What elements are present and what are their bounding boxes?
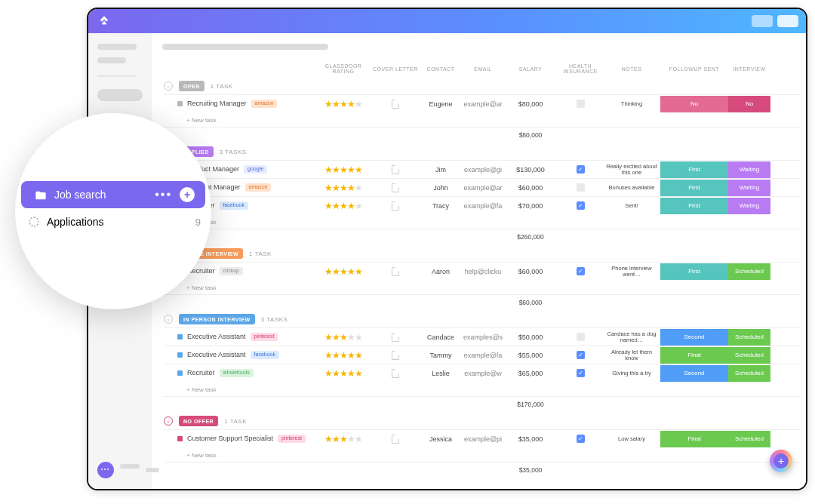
- column-header-interview[interactable]: INTERVIEW: [728, 66, 770, 72]
- cover-letter-cell[interactable]: [372, 201, 419, 211]
- chat-icon[interactable]: [97, 462, 114, 478]
- group-header[interactable]: ⌄IN PERSON INTERVIEW3 TASKS: [164, 314, 800, 324]
- rating-cell[interactable]: ★★★★★: [315, 368, 372, 379]
- column-header-notes[interactable]: NOTES: [603, 66, 660, 72]
- sidebar-item-job-search[interactable]: Job search ••• +: [21, 181, 205, 208]
- health-cell[interactable]: ✓: [558, 351, 603, 359]
- group-header[interactable]: ⌄OPEN1 TASK: [164, 81, 800, 91]
- health-cell[interactable]: ✓: [558, 435, 603, 443]
- health-cell[interactable]: ✓: [558, 369, 603, 377]
- column-header-rating[interactable]: GLASSDOOR RATING: [315, 63, 372, 74]
- collapse-icon[interactable]: ⌄: [164, 81, 173, 91]
- notes-cell[interactable]: Candace has a dog named…: [603, 331, 660, 343]
- health-cell[interactable]: ✓: [558, 201, 603, 210]
- interview-chip[interactable]: Waiting: [728, 198, 770, 214]
- interview-chip[interactable]: Scheduled: [728, 329, 770, 346]
- collapse-icon[interactable]: ⌄: [164, 416, 173, 426]
- task-row[interactable]: Executive Assistantpinterest★★★★★Candace…: [164, 327, 800, 346]
- new-task-link[interactable]: + New task: [164, 280, 800, 294]
- sidebar-item-applications[interactable]: Applications 9: [15, 208, 211, 235]
- task-row[interactable]: Customer Support Specialistpinterest★★★★…: [164, 429, 800, 447]
- health-cell[interactable]: [558, 183, 603, 192]
- followup-chip[interactable]: Final: [660, 431, 728, 447]
- notes-cell[interactable]: Low salary: [603, 436, 660, 442]
- notes-cell[interactable]: Phone interview went…: [603, 266, 660, 278]
- task-row[interactable]: Account Manageramazon★★★★★Johnexample@ar…: [164, 178, 800, 196]
- notes-cell[interactable]: Really excited about this one: [603, 164, 660, 176]
- company-tag[interactable]: clickup: [220, 267, 243, 275]
- company-tag[interactable]: facebook: [220, 201, 248, 209]
- followup-chip[interactable]: Second: [660, 365, 728, 382]
- cover-letter-cell[interactable]: [372, 435, 419, 444]
- company-tag[interactable]: facebook: [251, 351, 279, 358]
- column-header-cover[interactable]: COVER LETTER: [372, 66, 419, 72]
- rating-cell[interactable]: ★★★★★: [315, 183, 372, 193]
- new-task-link[interactable]: + New task: [164, 447, 800, 462]
- rating-cell[interactable]: ★★★★★: [315, 164, 372, 175]
- column-header-email[interactable]: EMAIL: [463, 66, 503, 72]
- interview-chip[interactable]: Scheduled: [728, 431, 770, 447]
- notes-cell[interactable]: Thinking: [603, 101, 660, 107]
- new-task-fab[interactable]: +: [770, 450, 792, 472]
- column-header-followup[interactable]: FOLLOWUP SENT: [660, 66, 728, 72]
- cover-letter-cell[interactable]: [372, 369, 419, 378]
- interview-chip[interactable]: Waiting: [728, 180, 770, 196]
- task-row[interactable]: Recruiting Manageramazon★★★★★Eugeneexamp…: [164, 94, 800, 112]
- task-row[interactable]: Recruiterfacebook★★★★★Tracyexample@fa$70…: [164, 196, 800, 214]
- followup-chip[interactable]: First: [660, 263, 728, 280]
- health-cell[interactable]: ✓: [558, 267, 603, 275]
- followup-chip[interactable]: First: [660, 161, 728, 178]
- column-header-health[interactable]: HEALTH INSURANCE: [558, 63, 603, 74]
- followup-chip[interactable]: No: [660, 96, 728, 112]
- group-header[interactable]: ⌄PHONE INTERVIEW1 TASK: [164, 248, 800, 259]
- notes-cell[interactable]: Already let them know: [603, 349, 660, 361]
- cover-letter-cell[interactable]: [372, 165, 419, 174]
- task-row[interactable]: Recruiterwholefoods★★★★★Leslieexample@w$…: [164, 364, 800, 382]
- sidebar-search-skeleton[interactable]: [97, 89, 143, 101]
- cover-letter-cell[interactable]: [372, 267, 419, 276]
- task-row[interactable]: Executive Assistantfacebook★★★★★Tammyexa…: [164, 346, 800, 364]
- interview-chip[interactable]: No: [728, 96, 770, 112]
- column-header-contact[interactable]: CONTACT: [419, 66, 463, 72]
- company-tag[interactable]: amazon: [251, 100, 278, 107]
- notes-cell[interactable]: Sent!: [603, 203, 660, 209]
- new-task-link[interactable]: + New task: [164, 214, 800, 229]
- interview-chip[interactable]: Scheduled: [728, 365, 770, 382]
- new-task-link[interactable]: + New task: [164, 382, 800, 396]
- column-header-salary[interactable]: SALARY: [503, 66, 558, 72]
- interview-chip[interactable]: Waiting: [728, 161, 770, 178]
- followup-chip[interactable]: First: [660, 198, 728, 214]
- company-tag[interactable]: pinterest: [251, 333, 278, 340]
- cover-letter-cell[interactable]: [372, 100, 419, 109]
- company-tag[interactable]: google: [244, 165, 267, 173]
- add-icon[interactable]: +: [180, 187, 195, 202]
- collapse-icon[interactable]: ⌄: [164, 315, 173, 324]
- followup-chip[interactable]: Second: [660, 329, 728, 346]
- health-cell[interactable]: [558, 100, 603, 108]
- group-header[interactable]: ⌄APPLIED3 TASKS: [164, 146, 800, 157]
- new-task-link[interactable]: + New task: [164, 112, 800, 127]
- interview-chip[interactable]: Scheduled: [728, 263, 770, 280]
- cover-letter-cell[interactable]: [372, 333, 419, 342]
- company-tag[interactable]: wholefoods: [220, 369, 254, 376]
- health-cell[interactable]: ✓: [558, 165, 603, 174]
- topbar-pill[interactable]: [752, 15, 773, 27]
- followup-chip[interactable]: First: [660, 180, 728, 196]
- cover-letter-cell[interactable]: [372, 351, 419, 360]
- task-row[interactable]: Recruiterclickup★★★★★Aaronhelp@clicku$60…: [164, 262, 800, 280]
- interview-chip[interactable]: Scheduled: [728, 347, 770, 364]
- followup-chip[interactable]: Final: [660, 347, 728, 364]
- notes-cell[interactable]: Giving this a try: [603, 370, 660, 376]
- group-header[interactable]: ⌄NO OFFER1 TASK: [164, 416, 800, 426]
- rating-cell[interactable]: ★★★★★: [315, 266, 372, 277]
- task-row[interactable]: Product Managergoogle★★★★★Jimexample@gi$…: [164, 160, 800, 178]
- health-cell[interactable]: [558, 333, 603, 341]
- cover-letter-cell[interactable]: [372, 183, 419, 192]
- company-tag[interactable]: amazon: [245, 183, 272, 191]
- rating-cell[interactable]: ★★★★★: [315, 332, 372, 343]
- company-tag[interactable]: pinterest: [278, 435, 306, 442]
- notes-cell[interactable]: Bonuses available: [603, 185, 660, 191]
- topbar-pill[interactable]: [777, 15, 798, 27]
- rating-cell[interactable]: ★★★★★: [315, 434, 372, 444]
- rating-cell[interactable]: ★★★★★: [315, 201, 372, 211]
